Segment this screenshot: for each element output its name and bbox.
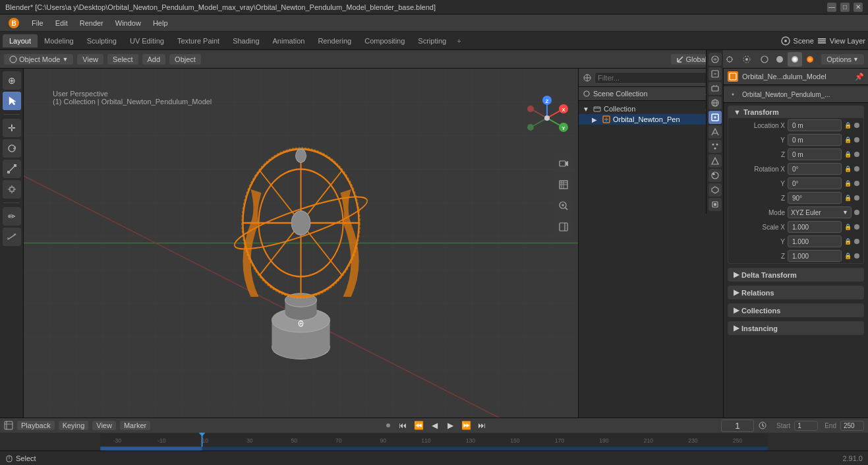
location-y-lock[interactable]: 🔒	[844, 137, 852, 143]
object-menu[interactable]: Object	[169, 54, 201, 65]
tab-animation[interactable]: Animation	[266, 34, 312, 47]
navigation-gizmo[interactable]: Z X Y	[524, 95, 570, 141]
prop-tab-scene[interactable]	[709, 82, 722, 95]
outliner-search-input[interactable]	[594, 72, 707, 84]
instancing-header[interactable]: ▶ Instancing	[728, 322, 863, 334]
menu-help[interactable]: Help	[148, 18, 173, 28]
prev-keyframe-btn[interactable]: ⏪	[412, 419, 425, 432]
location-y-value[interactable]: 0 m	[788, 134, 842, 146]
prop-tab-object-data[interactable]	[709, 183, 722, 197]
end-frame-input[interactable]	[840, 421, 864, 431]
prop-tab-object[interactable]	[709, 111, 722, 124]
view-layer-name[interactable]: View Layer	[830, 37, 865, 45]
tab-texture-paint[interactable]: Texture Paint	[171, 34, 226, 47]
prop-tab-constraints[interactable]	[709, 198, 722, 211]
viewport[interactable]: User Perspective (1) Collection | Orbita…	[24, 69, 578, 418]
timeline-view-menu[interactable]: View	[92, 421, 116, 430]
tab-modeling[interactable]: Modeling	[38, 34, 80, 47]
select-tool-btn[interactable]	[3, 92, 21, 110]
close-button[interactable]: ✕	[854, 3, 863, 12]
transform-header[interactable]: ▼ Transform	[728, 106, 863, 118]
current-frame-input[interactable]	[721, 419, 754, 432]
orthographic-view-btn[interactable]	[554, 175, 573, 194]
mode-dropdown[interactable]: XYZ Euler ▼	[788, 206, 852, 218]
tab-layout[interactable]: Layout	[3, 34, 38, 47]
scale-y-dot[interactable]	[854, 239, 859, 244]
prop-tab-physics[interactable]	[709, 154, 722, 168]
rotate-tool-btn[interactable]	[3, 139, 21, 158]
scale-z-lock[interactable]: 🔒	[844, 253, 852, 259]
play-reverse-btn[interactable]: ◀	[428, 419, 441, 432]
cursor-tool-btn[interactable]: ⊕	[3, 71, 21, 90]
keyframe-btn[interactable]	[383, 420, 393, 431]
transform-tool-btn[interactable]	[3, 180, 21, 199]
camera-view-btn[interactable]	[554, 154, 573, 173]
proportional-edit-btn[interactable]	[740, 53, 753, 66]
location-z-value[interactable]: 0 m	[788, 148, 842, 160]
outliner-collection-item[interactable]: ▼ Collection ✓ 👁	[579, 104, 723, 114]
location-z-lock[interactable]: 🔒	[844, 151, 852, 158]
snap-toggle[interactable]	[723, 53, 736, 66]
scale-x-lock[interactable]: 🔒	[844, 224, 852, 230]
prop-tab-material[interactable]	[709, 169, 722, 182]
material-mode-btn[interactable]	[788, 52, 802, 67]
measure-tool-btn[interactable]	[3, 228, 21, 246]
outliner-object-item[interactable]: ▶ Orbital_Newton_Pen 👁	[579, 114, 723, 125]
zoom-in-btn[interactable]	[554, 197, 573, 215]
playback-menu[interactable]: Playback	[17, 421, 55, 430]
minimize-button[interactable]: —	[827, 3, 836, 12]
location-x-dot[interactable]	[854, 123, 859, 128]
solid-mode-btn[interactable]	[772, 52, 787, 67]
prop-tab-render[interactable]	[709, 53, 722, 66]
window-controls[interactable]: — □ ✕	[827, 3, 863, 12]
tab-shading[interactable]: Shading	[226, 34, 266, 47]
scale-tool-btn[interactable]	[3, 160, 21, 178]
tab-sculpting[interactable]: Sculpting	[80, 34, 123, 47]
menu-window[interactable]: Window	[110, 18, 146, 28]
prop-tab-modifiers[interactable]	[709, 125, 722, 139]
location-y-dot[interactable]	[854, 137, 859, 142]
mode-dot[interactable]	[854, 210, 859, 215]
add-menu[interactable]: Add	[142, 54, 166, 65]
scene-name[interactable]: Scene	[794, 37, 814, 45]
play-btn[interactable]: ▶	[444, 419, 457, 432]
timeline-ruler[interactable]: -30 -10 10 30 50 70 90 110 130 150 170 1…	[0, 433, 868, 450]
rotation-z-dot[interactable]	[854, 195, 859, 201]
location-z-dot[interactable]	[854, 152, 859, 157]
location-x-lock[interactable]: 🔒	[844, 122, 852, 129]
scale-y-value[interactable]: 1.000	[788, 235, 842, 247]
rotation-y-lock[interactable]: 🔒	[844, 180, 852, 187]
relations-header[interactable]: ▶ Relations	[728, 286, 863, 299]
view-menu[interactable]: View	[77, 54, 103, 65]
menu-blender[interactable]: B	[3, 16, 25, 30]
toggle-sidebar-btn[interactable]	[554, 218, 573, 236]
scale-y-lock[interactable]: 🔒	[844, 238, 852, 245]
scale-z-value[interactable]: 1.000	[788, 250, 842, 262]
select-menu[interactable]: Select	[107, 54, 138, 65]
collections-header[interactable]: ▶ Collections	[728, 304, 863, 317]
tab-compositing[interactable]: Compositing	[358, 34, 411, 47]
location-x-value[interactable]: 0 m	[788, 119, 842, 131]
delta-transform-header[interactable]: ▶ Delta Transform	[728, 268, 863, 281]
rotation-x-lock[interactable]: 🔒	[844, 166, 852, 172]
menu-edit[interactable]: Edit	[50, 18, 73, 28]
mode-selector[interactable]: Object Mode ▼	[4, 54, 73, 65]
rotation-y-dot[interactable]	[854, 181, 859, 186]
maximize-button[interactable]: □	[840, 3, 850, 12]
render-mode-btn[interactable]	[803, 52, 817, 67]
add-workspace-button[interactable]: +	[453, 34, 465, 47]
rotation-y-value[interactable]: 0°	[788, 177, 842, 189]
jump-end-btn[interactable]: ⏭	[475, 419, 488, 432]
options-menu[interactable]: Options ▼	[821, 54, 864, 65]
move-tool-btn[interactable]: ✛	[3, 119, 21, 137]
jump-start-btn[interactable]: ⏮	[396, 419, 409, 432]
marker-menu[interactable]: Marker	[120, 421, 150, 430]
next-keyframe-btn[interactable]: ⏩	[459, 419, 473, 432]
scale-x-value[interactable]: 1.000	[788, 221, 842, 233]
rotation-z-value[interactable]: 90°	[788, 192, 842, 204]
keying-menu[interactable]: Keying	[59, 421, 89, 430]
prop-tab-output[interactable]	[709, 67, 722, 80]
tab-scripting[interactable]: Scripting	[411, 34, 453, 47]
menu-render[interactable]: Render	[74, 18, 109, 28]
rotation-x-dot[interactable]	[854, 166, 859, 171]
